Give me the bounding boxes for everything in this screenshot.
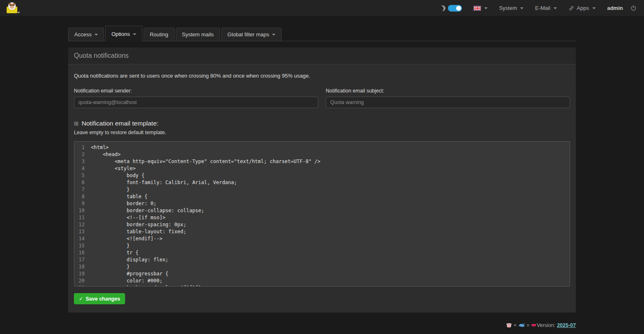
code-line: 5 body {	[74, 172, 570, 179]
tab-routing-label: Routing	[150, 31, 168, 38]
sender-input[interactable]	[74, 97, 318, 108]
tab-access-label: Access	[74, 31, 92, 38]
template-heading: ⊞ Notification email template:	[74, 120, 570, 127]
dark-mode-control	[440, 5, 462, 12]
user-label: admin	[607, 5, 623, 11]
toggle-knob	[456, 6, 461, 11]
quota-notifications-card: Quota notifications Quota notifications …	[68, 47, 576, 313]
language-dropdown[interactable]	[474, 6, 488, 11]
code-line: 20 color: #000;	[74, 277, 570, 284]
sender-field-group: Notification email sender:	[74, 88, 318, 108]
template-hint: Leave empty to restore default template.	[74, 130, 570, 135]
moon-icon	[439, 5, 446, 12]
code-line: 1<html>	[74, 144, 570, 151]
logout-button[interactable]	[630, 5, 637, 11]
system-dropdown-label: System	[499, 5, 517, 11]
code-line: 15 }	[74, 242, 570, 249]
tab-system-mails[interactable]: System mails	[176, 28, 220, 41]
version-label: Version:	[537, 322, 555, 328]
caret-down-icon	[133, 33, 136, 35]
template-editor[interactable]: 1<html>2 <head>3 <meta http-equiv="Conte…	[74, 141, 570, 287]
check-icon: ✓	[79, 296, 83, 302]
code-line: 17 display: flex;	[74, 256, 570, 263]
tab-system-mails-label: System mails	[182, 31, 214, 38]
code-line: 9 border: 0;	[74, 200, 570, 207]
code-line: 13 table-layout: fixed;	[74, 228, 570, 235]
apps-dropdown[interactable]: Apps	[568, 5, 596, 11]
user-menu[interactable]: admin	[607, 5, 623, 11]
mailcow-logo-icon	[5, 2, 21, 15]
system-dropdown[interactable]: System	[499, 5, 523, 11]
code-line: 6 font-family: Calibri, Arial, Verdana;	[74, 179, 570, 186]
tab-global-filter-maps-label: Global filter maps	[227, 31, 269, 38]
quota-description: Quota notifications are sent to users on…	[74, 73, 570, 79]
dark-mode-toggle[interactable]	[448, 5, 462, 12]
code-line: 3 <meta http-equiv="Content-Type" conten…	[74, 158, 570, 165]
tab-access[interactable]: Access	[68, 28, 104, 41]
caret-down-icon	[272, 34, 275, 36]
template-heading-label: Notification email template:	[82, 120, 159, 127]
version-link[interactable]: 2025-07	[557, 322, 576, 328]
link-icon	[568, 5, 574, 11]
tab-options-label: Options	[111, 31, 130, 37]
tab-bar: Access Options Routing System mails Glob…	[68, 26, 576, 41]
subject-field-group: Notification email subject:	[326, 88, 570, 108]
navbar-right-group: System E-Mail Apps admin	[440, 5, 637, 12]
tab-global-filter-maps[interactable]: Global filter maps	[221, 28, 282, 41]
code-line: 18 }	[74, 263, 570, 270]
power-icon	[630, 5, 637, 11]
template-editor-lines: 1<html>2 <head>3 <meta http-equiv="Conte…	[74, 144, 570, 287]
apps-dropdown-label: Apps	[577, 5, 589, 11]
fields-row: Notification email sender: Notification …	[74, 88, 570, 108]
code-line: 8 table {	[74, 193, 570, 200]
code-line: 19 #progressbar {	[74, 270, 570, 277]
code-line: 11 <!--[if mso]>	[74, 214, 570, 221]
code-line: 21 background-color: #f1f1f1;	[74, 284, 570, 287]
code-line: 10 border-collapse: collapse;	[74, 207, 570, 214]
caret-down-icon	[95, 34, 98, 36]
subject-input[interactable]	[326, 97, 570, 108]
footer-equals: =	[526, 322, 529, 328]
main-container: Access Options Routing System mails Glob…	[68, 26, 576, 313]
card-body: Quota notifications are sent to users on…	[68, 64, 576, 313]
footer-plus: +	[514, 322, 516, 328]
footer: + = ♥♥ Version: 2025-07	[506, 322, 576, 328]
email-dropdown[interactable]: E-Mail	[535, 5, 557, 11]
email-dropdown-label: E-Mail	[535, 5, 550, 11]
tab-routing[interactable]: Routing	[144, 28, 175, 41]
code-line: 2 <head>	[74, 151, 570, 158]
mailcow-logo[interactable]	[5, 2, 21, 15]
caret-down-icon	[520, 7, 523, 9]
code-line: 7 }	[74, 186, 570, 193]
tab-options[interactable]: Options	[105, 26, 142, 41]
flag-uk-icon	[474, 6, 481, 11]
caret-down-icon	[484, 7, 488, 9]
subject-label: Notification email subject:	[326, 88, 570, 94]
whale-icon	[518, 323, 525, 327]
sender-label: Notification email sender:	[74, 88, 318, 94]
code-line: 14 <![endif]-->	[74, 235, 570, 242]
caret-down-icon	[592, 7, 596, 9]
save-button[interactable]: ✓ Save changes	[74, 293, 125, 304]
save-button-label: Save changes	[85, 296, 120, 302]
expand-icon[interactable]: ⊞	[74, 121, 79, 126]
code-line: 4 <style>	[74, 165, 570, 172]
heart-icon: ♥♥	[531, 322, 535, 328]
navbar: System E-Mail Apps admin	[0, 0, 644, 17]
cow-icon	[506, 323, 512, 328]
card-title: Quota notifications	[68, 47, 576, 64]
code-line: 12 border-spacing: 0px;	[74, 221, 570, 228]
caret-down-icon	[554, 7, 557, 9]
code-line: 16 tr {	[74, 249, 570, 256]
